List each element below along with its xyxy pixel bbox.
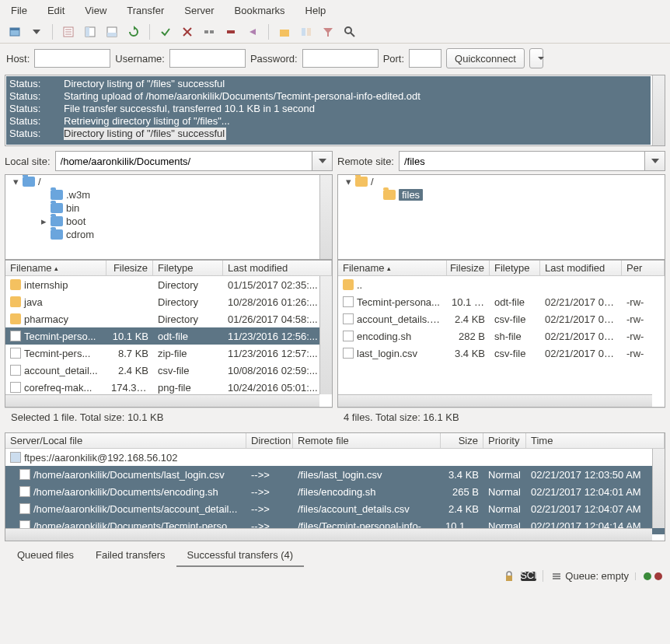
queue-tabs: Queued files Failed transfers Successful… xyxy=(0,544,670,567)
local-path-combo[interactable] xyxy=(55,151,333,171)
file-row-r[interactable]: .. xyxy=(338,276,665,293)
message-log: Status:Directory listing of "/files" suc… xyxy=(5,75,665,146)
menu-file[interactable]: File xyxy=(8,3,30,18)
tree-root-r[interactable]: ▾ / xyxy=(338,175,665,188)
qcol-priority[interactable]: Priority xyxy=(483,433,526,448)
toggle-tree-icon[interactable] xyxy=(82,23,99,40)
menu-server[interactable]: Server xyxy=(181,3,217,18)
col-modified-r[interactable]: Last modified xyxy=(540,261,622,275)
transfer-queue[interactable]: Server/Local file Direction Remote file … xyxy=(5,432,665,541)
tab-failed[interactable]: Failed transfers xyxy=(85,544,176,567)
menu-transfer[interactable]: Transfer xyxy=(124,3,167,18)
qcol-remote[interactable]: Remote file xyxy=(293,433,441,448)
svg-rect-29 xyxy=(553,573,560,575)
queue-status: Queue: empty xyxy=(543,570,629,582)
filter-icon[interactable] xyxy=(319,23,337,40)
menu-bookmarks[interactable]: Bookmarks xyxy=(232,3,288,18)
quickconnect-history-button[interactable] xyxy=(529,48,543,68)
local-tree[interactable]: ▾ / .w3m bin▸ boot cdrom xyxy=(5,174,333,260)
file-row[interactable]: java Directory 10/28/2016 01:26:... xyxy=(5,293,332,310)
col-filesize[interactable]: Filesize xyxy=(106,261,153,275)
svg-rect-8 xyxy=(85,27,89,37)
compare-icon[interactable] xyxy=(298,23,315,40)
local-file-list[interactable]: Filename▴ Filesize Filetype Last modifie… xyxy=(5,260,333,408)
queue-row[interactable]: /home/aaronkilik/Documents/encoding.sh -… xyxy=(5,483,665,500)
queue-scrollbar-h[interactable] xyxy=(5,528,652,541)
remote-status: 4 files. Total size: 16.1 KB xyxy=(337,408,665,426)
local-path-input[interactable] xyxy=(56,152,312,170)
menu-view[interactable]: View xyxy=(82,3,110,18)
col-filetype-r[interactable]: Filetype xyxy=(490,261,540,275)
menubar: File Edit View Transfer Server Bookmarks… xyxy=(0,0,670,21)
process-icon[interactable] xyxy=(157,23,174,40)
reconnect-icon[interactable] xyxy=(222,23,239,40)
local-path-dropdown[interactable] xyxy=(312,152,332,170)
stop-icon[interactable] xyxy=(244,23,261,40)
tree-item[interactable]: bin xyxy=(5,201,332,215)
local-list-scrollbar-v[interactable] xyxy=(319,276,332,394)
queue-row[interactable]: /home/aaronkilik/Documents/account_detai… xyxy=(5,500,665,517)
menu-help[interactable]: Help xyxy=(302,3,330,18)
queue-server-row[interactable]: ftpes://aaronkilik@192.168.56.102 xyxy=(5,449,665,466)
port-input[interactable] xyxy=(409,49,441,68)
file-row[interactable]: internship Directory 01/15/2017 02:35:..… xyxy=(5,276,332,293)
file-row[interactable]: Tecmint-perso... 10.1 KB odt-file 11/23/… xyxy=(5,327,332,345)
dropdown-icon[interactable] xyxy=(28,23,45,40)
local-list-scrollbar-h[interactable] xyxy=(5,394,319,407)
col-filename-r[interactable]: Filename▴ xyxy=(338,261,447,275)
file-row[interactable]: corefreq-mak... 174.3 KB png-file 10/24/… xyxy=(5,379,332,396)
menu-edit[interactable]: Edit xyxy=(44,3,68,18)
site-manager-icon[interactable] xyxy=(6,23,23,40)
remote-tree[interactable]: ▾ / files xyxy=(337,174,665,260)
quickconnect-button[interactable]: Quickconnect xyxy=(446,48,525,68)
file-row-r[interactable]: Tecmint-persona... 10.1 KB odt-file 02/2… xyxy=(338,293,665,310)
col-filename[interactable]: Filename▴ xyxy=(5,261,106,275)
password-input[interactable] xyxy=(302,49,379,68)
remote-path-dropdown[interactable] xyxy=(644,152,665,170)
col-modified[interactable]: Last modified xyxy=(223,261,332,275)
cancel-icon[interactable] xyxy=(179,23,196,40)
file-row-r[interactable]: account_details.c... 2.4 KB csv-file 02/… xyxy=(338,310,665,327)
log-scrollbar[interactable] xyxy=(652,75,665,145)
statusbar: SCI Queue: empty xyxy=(0,567,670,585)
qcol-size[interactable]: Size xyxy=(441,433,483,448)
queue-scrollbar-v[interactable] xyxy=(652,449,665,528)
remote-pane: Remote site: ▾ / files Filename▴ Filesiz… xyxy=(337,151,665,426)
remote-path-combo[interactable] xyxy=(399,151,665,171)
file-row[interactable]: Tecmint-pers... 8.7 KB zip-file 11/23/20… xyxy=(5,345,332,362)
qcol-file[interactable]: Server/Local file xyxy=(5,433,246,448)
col-filesize-r[interactable]: Filesize xyxy=(447,261,490,275)
svg-text:SCI: SCI xyxy=(521,572,536,581)
toggle-log-icon[interactable] xyxy=(60,23,77,40)
file-row-r[interactable]: encoding.sh 282 B sh-file 02/21/2017 03.… xyxy=(338,327,665,345)
new-folder-icon[interactable] xyxy=(276,23,293,40)
tab-successful[interactable]: Successful transfers (4) xyxy=(176,544,305,567)
col-permissions-r[interactable]: Per xyxy=(622,261,665,275)
tab-queued[interactable]: Queued files xyxy=(6,544,85,567)
led-activity-2 xyxy=(654,572,662,580)
queue-row[interactable]: /home/aaronkilik/Documents/last_login.cs… xyxy=(5,466,665,483)
tree-item[interactable]: .w3m xyxy=(5,188,332,201)
toggle-queue-icon[interactable] xyxy=(103,23,120,40)
remote-path-input[interactable] xyxy=(400,152,644,170)
file-row[interactable]: account_detail... 2.4 KB csv-file 10/08/… xyxy=(5,362,332,379)
qcol-direction[interactable]: Direction xyxy=(246,433,293,448)
local-tree-scrollbar[interactable] xyxy=(319,175,332,259)
tree-item[interactable]: ▸ boot xyxy=(5,215,332,228)
disconnect-icon[interactable] xyxy=(201,23,218,40)
host-input[interactable] xyxy=(34,49,110,68)
remote-list-scrollbar-h[interactable] xyxy=(338,394,652,407)
file-row-r[interactable]: last_login.csv 3.4 KB csv-file 02/21/201… xyxy=(338,345,665,362)
svg-rect-10 xyxy=(107,33,117,37)
col-filetype[interactable]: Filetype xyxy=(153,261,223,275)
search-icon[interactable] xyxy=(341,23,358,40)
refresh-icon[interactable] xyxy=(125,23,142,40)
remote-file-list[interactable]: Filename▴ Filesize Filetype Last modifie… xyxy=(337,260,665,408)
svg-rect-16 xyxy=(227,30,235,33)
file-row[interactable]: pharmacy Directory 01/26/2017 04:58:... xyxy=(5,310,332,327)
tree-item-r[interactable]: files xyxy=(338,188,665,201)
username-input[interactable] xyxy=(169,49,246,68)
tree-item[interactable]: cdrom xyxy=(5,228,332,241)
tree-root[interactable]: ▾ / xyxy=(5,175,332,188)
qcol-time[interactable]: Time xyxy=(526,433,665,448)
